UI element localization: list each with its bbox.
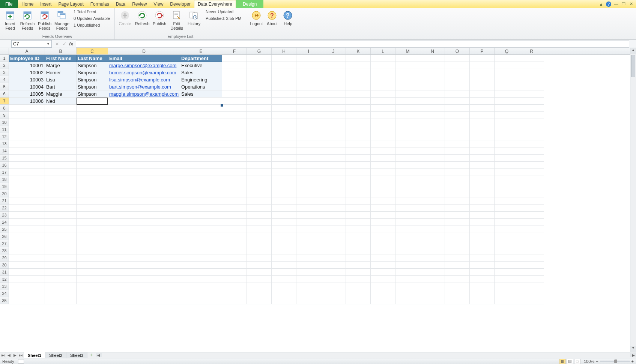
cell-M14[interactable] — [395, 147, 420, 155]
cell-L5[interactable] — [371, 83, 395, 90]
cell-M18[interactable] — [395, 176, 420, 183]
cell-B19[interactable] — [45, 183, 77, 190]
cell-K18[interactable] — [346, 176, 371, 183]
cell-C23[interactable] — [77, 212, 108, 219]
cell-R18[interactable] — [519, 176, 544, 183]
cell-A32[interactable] — [9, 276, 45, 283]
view-page-break-icon[interactable]: ▭ — [574, 359, 581, 364]
cell-L15[interactable] — [371, 155, 395, 162]
cell-O26[interactable] — [445, 233, 470, 240]
cell-D21[interactable] — [108, 197, 180, 205]
cell-P30[interactable] — [470, 262, 495, 269]
cell-K33[interactable] — [346, 283, 371, 290]
cell-J33[interactable] — [321, 283, 346, 290]
cell-L27[interactable] — [371, 240, 395, 247]
cell-J22[interactable] — [321, 205, 346, 212]
column-header-I[interactable]: I — [296, 48, 321, 54]
cell-E7[interactable] — [180, 98, 222, 105]
cell-D23[interactable] — [108, 212, 180, 219]
row-header-33[interactable]: 33 — [0, 283, 9, 290]
cell-K23[interactable] — [346, 212, 371, 219]
cell-O29[interactable] — [445, 254, 470, 262]
column-header-A[interactable]: A — [9, 48, 45, 54]
scroll-thumb[interactable] — [631, 55, 635, 77]
cell-L21[interactable] — [371, 197, 395, 205]
cell-B32[interactable] — [45, 276, 77, 283]
refresh-feeds-button[interactable]: Refresh Feeds — [20, 9, 35, 30]
cell-C2[interactable]: Simpson — [77, 62, 108, 69]
cell-Q18[interactable] — [495, 176, 519, 183]
cell-F24[interactable] — [222, 219, 247, 226]
row-header-17[interactable]: 17 — [0, 169, 9, 176]
cell-D26[interactable] — [108, 233, 180, 240]
cell-G6[interactable] — [247, 90, 272, 98]
cell-M16[interactable] — [395, 162, 420, 169]
cell-K7[interactable] — [346, 98, 371, 105]
cell-J15[interactable] — [321, 155, 346, 162]
cell-I4[interactable] — [296, 76, 321, 83]
cell-K10[interactable] — [346, 119, 371, 126]
cell-L2[interactable] — [371, 62, 395, 69]
cell-I14[interactable] — [296, 147, 321, 155]
cell-F7[interactable] — [222, 98, 247, 105]
cell-D12[interactable] — [108, 133, 180, 140]
cell-L13[interactable] — [371, 140, 395, 147]
cell-O22[interactable] — [445, 205, 470, 212]
cell-R15[interactable] — [519, 155, 544, 162]
cell-F29[interactable] — [222, 254, 247, 262]
column-header-H[interactable]: H — [272, 48, 296, 54]
row-header-5[interactable]: 5 — [0, 83, 9, 90]
cell-A29[interactable] — [9, 254, 45, 262]
cell-H29[interactable] — [272, 254, 296, 262]
cell-D33[interactable] — [108, 283, 180, 290]
cell-P19[interactable] — [470, 183, 495, 190]
cell-F28[interactable] — [222, 247, 247, 254]
cell-I33[interactable] — [296, 283, 321, 290]
row-header-1[interactable]: 1 — [0, 55, 9, 62]
cell-J9[interactable] — [321, 112, 346, 119]
cell-P29[interactable] — [470, 254, 495, 262]
about-button[interactable]: ? About — [264, 9, 280, 26]
cell-R20[interactable] — [519, 190, 544, 197]
cell-F10[interactable] — [222, 119, 247, 126]
cell-I24[interactable] — [296, 219, 321, 226]
cell-K8[interactable] — [346, 105, 371, 112]
cell-C8[interactable] — [77, 105, 108, 112]
cell-Q14[interactable] — [495, 147, 519, 155]
cell-J16[interactable] — [321, 162, 346, 169]
edit-details-button[interactable]: Edit Details — [169, 9, 185, 30]
cell-B25[interactable] — [45, 226, 77, 233]
cell-B30[interactable] — [45, 262, 77, 269]
cell-B22[interactable] — [45, 205, 77, 212]
cell-C3[interactable]: Simpson — [77, 69, 108, 76]
cell-R35[interactable] — [519, 297, 544, 304]
cell-M11[interactable] — [395, 126, 420, 133]
cell-J28[interactable] — [321, 247, 346, 254]
cell-C22[interactable] — [77, 205, 108, 212]
cell-C27[interactable] — [77, 240, 108, 247]
cell-G35[interactable] — [247, 297, 272, 304]
cell-L10[interactable] — [371, 119, 395, 126]
cell-D1[interactable]: Email — [108, 55, 180, 62]
row-header-3[interactable]: 3 — [0, 69, 9, 76]
cell-L34[interactable] — [371, 290, 395, 297]
cell-O30[interactable] — [445, 262, 470, 269]
cell-F35[interactable] — [222, 297, 247, 304]
cell-J24[interactable] — [321, 219, 346, 226]
cell-E26[interactable] — [180, 233, 222, 240]
cell-I5[interactable] — [296, 83, 321, 90]
cell-R31[interactable] — [519, 269, 544, 276]
row-header-28[interactable]: 28 — [0, 247, 9, 254]
cell-F15[interactable] — [222, 155, 247, 162]
cell-Q7[interactable] — [495, 98, 519, 105]
cell-O17[interactable] — [445, 169, 470, 176]
cell-M3[interactable] — [395, 69, 420, 76]
cell-K24[interactable] — [346, 219, 371, 226]
cell-I7[interactable] — [296, 98, 321, 105]
cell-H24[interactable] — [272, 219, 296, 226]
cell-F21[interactable] — [222, 197, 247, 205]
cell-A26[interactable] — [9, 233, 45, 240]
cell-J8[interactable] — [321, 105, 346, 112]
cell-K2[interactable] — [346, 62, 371, 69]
cell-B35[interactable] — [45, 297, 77, 304]
